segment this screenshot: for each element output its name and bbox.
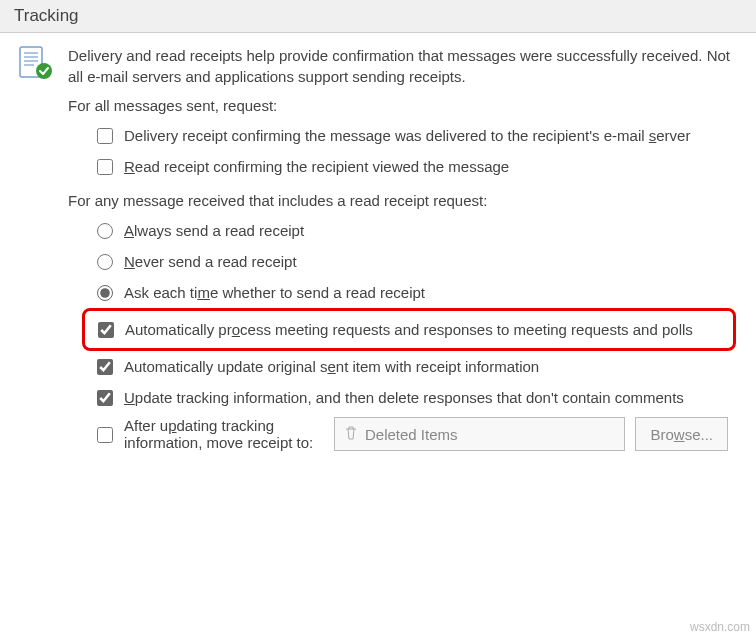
read-receipt-row: Read receipt confirming the recipient vi… <box>96 151 722 182</box>
update-delete-checkbox-slot <box>96 389 114 407</box>
browse-button: Browse... <box>635 417 728 451</box>
always-send-radio[interactable] <box>97 223 113 239</box>
tracking-content: Delivery and read receipts help provide … <box>0 33 756 461</box>
read-receipt-checkbox[interactable] <box>97 159 113 175</box>
always-send-row: Always send a read receipt <box>96 215 722 246</box>
update-delete-checkbox[interactable] <box>97 390 113 406</box>
deleted-items-text: Deleted Items <box>365 426 458 443</box>
auto-update-checkbox[interactable] <box>97 359 113 375</box>
svg-point-5 <box>36 63 52 79</box>
never-send-radio[interactable] <box>97 254 113 270</box>
after-updating-checkbox[interactable] <box>97 427 113 443</box>
section-title: Tracking <box>14 6 79 25</box>
section-header: Tracking <box>0 0 756 33</box>
tracking-icon <box>14 43 54 86</box>
auto-process-label[interactable]: Automatically process meeting requests a… <box>125 319 693 340</box>
auto-update-label[interactable]: Automatically update original sent item … <box>124 356 539 377</box>
auto-update-row: Automatically update original sent item … <box>96 351 722 382</box>
sent-section-label: For all messages sent, request: <box>68 97 742 114</box>
update-delete-label[interactable]: Update tracking information, and then de… <box>124 387 684 408</box>
update-delete-row: Update tracking information, and then de… <box>96 382 722 413</box>
delivery-receipt-checkbox[interactable] <box>97 128 113 144</box>
trash-icon <box>343 425 359 444</box>
read-receipt-checkbox-slot <box>96 158 114 176</box>
ask-each-time-label[interactable]: Ask each time whether to send a read rec… <box>124 282 425 303</box>
deleted-items-field: Deleted Items <box>334 417 625 451</box>
after-updating-checkbox-slot <box>96 426 114 444</box>
never-send-label[interactable]: Never send a read receipt <box>124 251 297 272</box>
received-section-label: For any message received that includes a… <box>68 192 742 209</box>
delivery-receipt-row: Delivery receipt confirming the message … <box>96 120 722 151</box>
auto-process-checkbox[interactable] <box>98 322 114 338</box>
always-radio-slot <box>96 222 114 240</box>
auto-process-checkbox-slot <box>97 321 115 339</box>
never-radio-slot <box>96 253 114 271</box>
ask-radio-slot <box>96 284 114 302</box>
ask-each-time-row: Ask each time whether to send a read rec… <box>96 277 722 308</box>
watermark: wsxdn.com <box>690 620 750 634</box>
always-send-label[interactable]: Always send a read receipt <box>124 220 304 241</box>
after-updating-label[interactable]: After updating tracking information, mov… <box>124 417 324 451</box>
ask-each-time-radio[interactable] <box>97 285 113 301</box>
after-updating-row: After updating tracking information, mov… <box>96 417 728 451</box>
intro-row: Delivery and read receipts help provide … <box>14 43 742 87</box>
delivery-receipt-label[interactable]: Delivery receipt confirming the message … <box>124 125 690 146</box>
delivery-receipt-checkbox-slot <box>96 127 114 145</box>
auto-update-checkbox-slot <box>96 358 114 376</box>
intro-text: Delivery and read receipts help provide … <box>68 43 742 87</box>
auto-process-row: Automatically process meeting requests a… <box>82 308 736 351</box>
never-send-row: Never send a read receipt <box>96 246 722 277</box>
read-receipt-label[interactable]: Read receipt confirming the recipient vi… <box>124 156 509 177</box>
